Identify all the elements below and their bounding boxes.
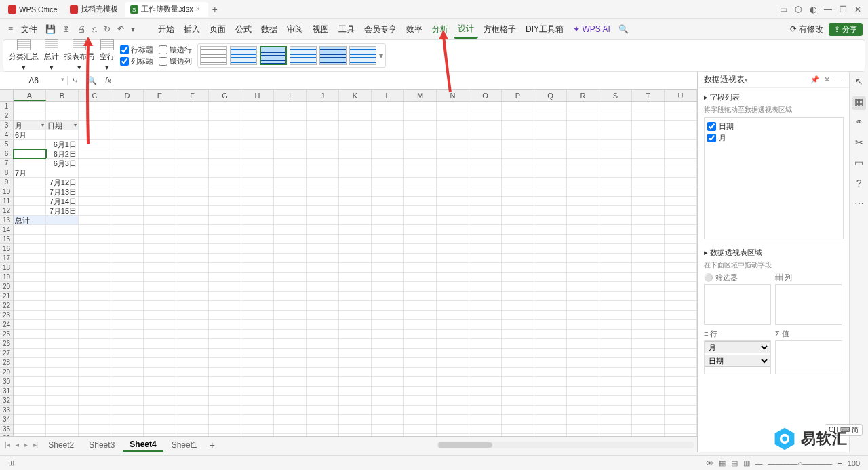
cell[interactable] — [144, 349, 176, 358]
row-header[interactable]: 28 — [0, 358, 14, 368]
undo-arrow-icon[interactable]: ↶ — [115, 24, 127, 34]
cell[interactable] — [502, 225, 534, 235]
cell[interactable] — [307, 339, 339, 349]
tool-help-icon[interactable]: ? — [852, 178, 866, 191]
cell[interactable] — [632, 159, 665, 168]
cell[interactable] — [567, 263, 599, 273]
wps-ai-button[interactable]: ✦ WPS AI — [569, 22, 614, 37]
cell[interactable] — [665, 330, 697, 339]
cell[interactable] — [307, 225, 339, 235]
cell[interactable] — [209, 434, 241, 436]
cell[interactable] — [144, 206, 176, 216]
col-header[interactable]: I — [274, 90, 307, 101]
cell[interactable] — [469, 130, 502, 140]
cell[interactable] — [14, 301, 46, 311]
cell[interactable] — [176, 187, 209, 197]
cell[interactable] — [404, 140, 437, 149]
cell[interactable] — [14, 140, 46, 149]
cell[interactable] — [46, 235, 79, 244]
cell[interactable] — [241, 406, 274, 415]
cell[interactable] — [339, 121, 372, 130]
cell[interactable] — [534, 111, 567, 121]
cell[interactable] — [599, 330, 632, 339]
menu-icon[interactable]: ≡ — [5, 24, 16, 34]
row-header[interactable]: 31 — [0, 387, 14, 396]
cell[interactable]: 7月12日 — [46, 178, 79, 187]
close-tab-icon[interactable]: × — [196, 5, 203, 13]
col-header[interactable]: D — [111, 90, 144, 101]
cell[interactable] — [111, 330, 144, 339]
cell[interactable] — [176, 349, 209, 358]
cell[interactable] — [469, 159, 502, 168]
cell[interactable] — [534, 130, 567, 140]
cell[interactable] — [14, 415, 46, 425]
cell[interactable] — [534, 292, 567, 301]
cell[interactable] — [307, 254, 339, 263]
cell[interactable] — [469, 377, 502, 387]
row-header[interactable]: 15 — [0, 235, 14, 244]
cell[interactable] — [632, 121, 665, 130]
cell[interactable] — [469, 320, 502, 330]
cell[interactable] — [599, 130, 632, 140]
cell[interactable] — [307, 396, 339, 406]
cell[interactable] — [46, 130, 79, 140]
cell[interactable] — [534, 396, 567, 406]
cell[interactable] — [567, 330, 599, 339]
formula-input[interactable] — [115, 76, 697, 85]
cell[interactable] — [79, 187, 111, 197]
cell[interactable] — [14, 396, 46, 406]
cell[interactable] — [209, 377, 241, 387]
cell[interactable] — [534, 178, 567, 187]
cell[interactable] — [79, 282, 111, 292]
cell[interactable] — [599, 140, 632, 149]
cell[interactable] — [307, 187, 339, 197]
cell[interactable] — [339, 415, 372, 425]
cell[interactable] — [111, 301, 144, 311]
cell[interactable] — [469, 111, 502, 121]
cell[interactable] — [274, 358, 307, 368]
cell[interactable] — [79, 406, 111, 415]
sheet-nav-first[interactable]: |◂ — [3, 441, 12, 448]
cell[interactable] — [307, 121, 339, 130]
cell[interactable] — [437, 320, 469, 330]
cell[interactable] — [632, 235, 665, 244]
cell[interactable] — [14, 406, 46, 415]
cell[interactable] — [209, 235, 241, 244]
cell[interactable] — [404, 406, 437, 415]
cell[interactable] — [404, 415, 437, 425]
search-icon[interactable]: 🔍 — [616, 24, 631, 34]
cell[interactable] — [209, 358, 241, 368]
cell[interactable] — [437, 159, 469, 168]
cell[interactable] — [437, 130, 469, 140]
cell[interactable] — [176, 320, 209, 330]
cell[interactable] — [14, 349, 46, 358]
cell[interactable] — [404, 292, 437, 301]
cell[interactable] — [502, 159, 534, 168]
cell[interactable] — [307, 102, 339, 111]
cell[interactable] — [46, 292, 79, 301]
col-header[interactable]: T — [632, 90, 665, 101]
cell[interactable] — [274, 349, 307, 358]
cell[interactable] — [79, 149, 111, 159]
cell[interactable] — [404, 434, 437, 436]
cell[interactable] — [339, 320, 372, 330]
cell[interactable] — [665, 187, 697, 197]
cell[interactable] — [469, 140, 502, 149]
cell[interactable] — [665, 159, 697, 168]
cell[interactable] — [534, 102, 567, 111]
cell[interactable] — [469, 187, 502, 197]
cell[interactable] — [632, 111, 665, 121]
cell[interactable] — [274, 206, 307, 216]
menu-formula[interactable]: 公式 — [231, 21, 256, 38]
cell[interactable] — [372, 396, 404, 406]
cell[interactable] — [437, 168, 469, 178]
cell[interactable] — [79, 206, 111, 216]
cell[interactable] — [241, 254, 274, 263]
cell[interactable] — [665, 301, 697, 311]
add-sheet-button[interactable]: + — [205, 439, 219, 450]
cell[interactable] — [372, 216, 404, 225]
cell[interactable] — [469, 358, 502, 368]
row-header[interactable]: 1 — [0, 102, 14, 111]
cell[interactable] — [111, 140, 144, 149]
row-header[interactable]: 30 — [0, 377, 14, 387]
